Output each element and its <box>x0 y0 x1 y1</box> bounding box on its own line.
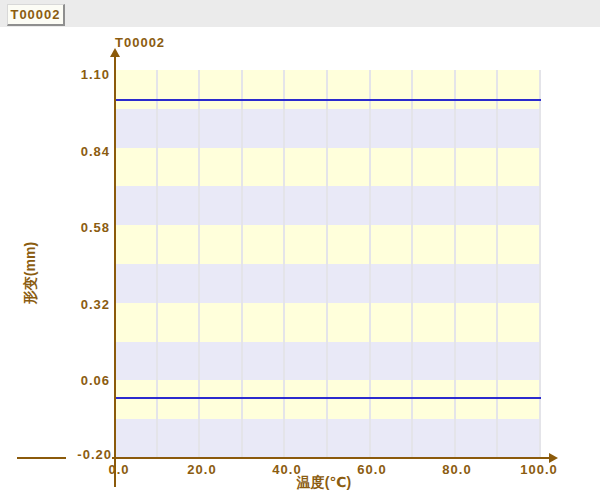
chart-title: T00002 <box>115 35 165 50</box>
x-tick-label: 80.0 <box>429 462 485 478</box>
x-tick-label: 0.0 <box>91 462 147 478</box>
tab-bar: T00002 <box>0 0 600 27</box>
series-line-upper <box>115 99 541 101</box>
y-tick-label: 1.10 <box>68 67 110 83</box>
y-tick-label: -0.20 <box>66 447 112 463</box>
y-tick-label: 0.58 <box>68 220 110 236</box>
y-axis-line <box>114 56 116 487</box>
y-tick-label: 0.32 <box>68 297 110 313</box>
y-tick-label: 0.06 <box>68 373 110 389</box>
x-axis-title: 温度(℃) <box>263 474 385 492</box>
series-line-lower <box>115 397 541 399</box>
x-tick-label: 20.0 <box>174 462 230 478</box>
plot-area <box>115 70 541 458</box>
y-tick-label: 0.84 <box>68 144 110 160</box>
y-axis-title: 形变(mm) <box>22 213 42 333</box>
x-tick-label: 100.0 <box>511 462 567 478</box>
y-axis-arrow-icon <box>110 48 120 57</box>
tab-t00002[interactable]: T00002 <box>7 4 65 26</box>
